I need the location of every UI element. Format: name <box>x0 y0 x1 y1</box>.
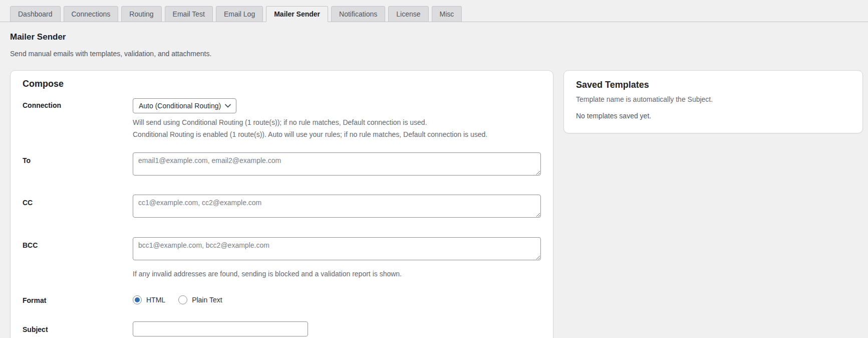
tab-routing[interactable]: Routing <box>121 6 161 22</box>
tab-notifications[interactable]: Notifications <box>331 6 385 22</box>
format-option-label: Plain Text <box>192 296 222 304</box>
bcc-input[interactable] <box>133 237 541 260</box>
cc-control <box>133 195 541 219</box>
cc-label: CC <box>23 195 133 219</box>
bcc-control: If any invalid addresses are found, send… <box>133 237 541 279</box>
to-input[interactable] <box>133 152 541 176</box>
compose-heading: Compose <box>23 78 541 90</box>
radio-checked-icon[interactable] <box>133 295 142 304</box>
tab-dashboard[interactable]: Dashboard <box>10 6 61 22</box>
saved-templates-subtitle: Template name is automatically the Subje… <box>576 95 850 103</box>
content-area: Compose Connection Auto (Conditional Rou… <box>10 70 863 338</box>
connection-select[interactable]: Auto (Conditional Routing) <box>133 98 236 113</box>
saved-templates-heading: Saved Templates <box>576 79 850 91</box>
tab-bar: DashboardConnectionsRoutingEmail TestEma… <box>0 0 868 22</box>
format-option-html[interactable]: HTML <box>133 295 165 304</box>
connection-note-2: Conditional Routing is enabled (1 route(… <box>133 129 541 139</box>
subject-label: Subject <box>23 321 133 336</box>
tab-license[interactable]: License <box>388 6 428 22</box>
tab-email-test[interactable]: Email Test <box>165 6 213 22</box>
cc-input[interactable] <box>133 195 541 218</box>
format-label: Format <box>23 293 133 304</box>
tab-mailer-sender[interactable]: Mailer Sender <box>266 6 328 22</box>
to-label: To <box>23 152 133 177</box>
format-control: HTMLPlain Text <box>133 293 541 304</box>
connection-note-1: Will send using Conditional Routing (1 r… <box>133 117 541 127</box>
validation-note: If any invalid addresses are found, send… <box>133 269 541 279</box>
page-title: Mailer Sender <box>10 32 858 42</box>
subject-row: Subject <box>23 321 541 336</box>
tab-misc[interactable]: Misc <box>432 6 462 22</box>
compose-panel: Compose Connection Auto (Conditional Rou… <box>10 70 553 338</box>
format-option-plain-text[interactable]: Plain Text <box>178 295 222 304</box>
connection-label: Connection <box>23 98 133 139</box>
subject-input[interactable] <box>133 321 308 336</box>
bcc-label: BCC <box>23 237 133 279</box>
radio-unchecked-icon[interactable] <box>178 295 187 304</box>
saved-templates-empty-state: No templates saved yet. <box>576 112 850 120</box>
page-header: Mailer Sender Send manual emails with te… <box>0 22 868 58</box>
cc-row: CC <box>23 195 541 219</box>
format-row: Format HTMLPlain Text <box>23 293 541 304</box>
connection-row: Connection Auto (Conditional Routing) Wi… <box>23 98 541 139</box>
tab-email-log[interactable]: Email Log <box>216 6 263 22</box>
to-row: To <box>23 152 541 177</box>
format-radio-group: HTMLPlain Text <box>133 293 541 304</box>
tab-connections[interactable]: Connections <box>64 6 119 22</box>
bcc-row: BCC If any invalid addresses are found, … <box>23 237 541 279</box>
page-subtitle: Send manual emails with templates, valid… <box>10 50 858 58</box>
saved-templates-panel: Saved Templates Template name is automat… <box>563 70 863 133</box>
format-option-label: HTML <box>146 296 165 304</box>
connection-select-value: Auto (Conditional Routing) <box>139 99 221 113</box>
to-control <box>133 152 541 177</box>
connection-control: Auto (Conditional Routing) Will send usi… <box>133 98 541 139</box>
subject-control <box>133 321 541 336</box>
chevron-down-icon <box>225 104 231 108</box>
